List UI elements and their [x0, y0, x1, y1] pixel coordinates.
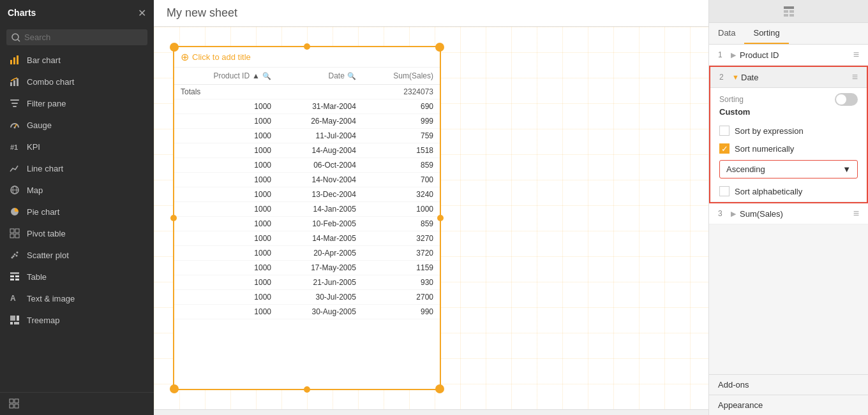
col-label-sum-sales: Sum(Sales): [393, 71, 433, 80]
copy-button[interactable]: ⧉: [363, 410, 382, 415]
search-date-icon[interactable]: 🔍: [347, 72, 356, 80]
resize-handle-tr[interactable]: [435, 43, 444, 52]
sidebar-item-map[interactable]: Map: [0, 179, 154, 201]
table-body: Totals 2324073 1000 31-Mar-2004 690 1000…: [174, 85, 440, 319]
sort-alphabetically-checkbox[interactable]: [719, 186, 730, 196]
cell-sum-sales: 2700: [363, 290, 440, 305]
sidebar-item-label: Filter pane: [27, 99, 66, 108]
expand-arrow-3: ▶: [731, 210, 740, 218]
resize-handle-bl[interactable]: [170, 384, 179, 393]
col-header-date[interactable]: Date 🔍: [278, 68, 363, 85]
sort-item-sum-sales[interactable]: 3 ▶ Sum(Sales) ≡: [709, 203, 868, 224]
sidebar-item-filter-pane[interactable]: Filter pane: [0, 92, 154, 114]
cell-date: 30-Aug-2005: [278, 305, 363, 319]
sidebar-item-text-image[interactable]: A Text & image: [0, 288, 154, 309]
sidebar-items-list: Bar chart Combo chart Filter pane: [0, 49, 154, 392]
cut-button[interactable]: ✂: [334, 410, 353, 415]
addons-accordion[interactable]: Add-ons: [709, 374, 868, 395]
resize-handle-br[interactable]: [435, 384, 444, 393]
sidebar-item-gauge[interactable]: Gauge: [0, 114, 154, 136]
sort-order-dropdown[interactable]: Ascending ▼: [719, 160, 858, 178]
svg-rect-37: [15, 399, 19, 403]
add-title-button[interactable]: ⊕ Click to add title: [174, 47, 440, 68]
svg-rect-32: [10, 316, 15, 321]
resize-handle-bm[interactable]: [304, 386, 310, 393]
cell-date: 31-Mar-2004: [278, 99, 363, 114]
cell-product-id: 1000: [174, 99, 278, 114]
cell-product-id: 1000: [174, 275, 278, 290]
svg-rect-34: [10, 322, 13, 324]
cell-date: 14-Mar-2005: [278, 231, 363, 246]
sort-by-expression-checkbox[interactable]: [719, 126, 730, 136]
gauge-icon: [9, 119, 20, 131]
search-box[interactable]: [6, 29, 147, 45]
tab-data[interactable]: Data: [709, 23, 744, 44]
sorting-toggle[interactable]: [835, 93, 858, 106]
right-panel: Data Sorting 1 ▶ Product ID ≡ 2 ▼ Date ≡: [708, 0, 868, 415]
sidebar-item-label: Text & image: [27, 294, 75, 303]
cell-product-id: 1000: [174, 187, 278, 202]
combo-chart-icon: [9, 76, 20, 87]
totals-sum: 2324073: [363, 85, 440, 99]
sidebar-item-treemap[interactable]: Treemap: [0, 309, 154, 331]
resize-handle-ml[interactable]: [170, 215, 177, 221]
search-col-icon[interactable]: 🔍: [262, 72, 271, 80]
sidebar-item-kpi[interactable]: #1 KPI: [0, 136, 154, 157]
appearance-label: Appearance: [718, 400, 763, 410]
svg-point-0: [12, 34, 19, 40]
svg-point-24: [13, 256, 15, 258]
undo-button[interactable]: ↩: [451, 410, 470, 415]
svg-rect-44: [789, 14, 794, 17]
paste-button[interactable]: 📋: [393, 410, 412, 415]
col-header-sum-sales[interactable]: Sum(Sales): [363, 68, 440, 85]
delete-button[interactable]: 🗑: [422, 410, 441, 415]
sort-alphabetically-label: Sort alphabetically: [735, 187, 802, 196]
sort-numerically-option: ✓ Sort numerically: [710, 140, 867, 157]
table-icon: [9, 271, 20, 282]
svg-rect-19: [10, 234, 14, 238]
custom-label: Custom: [710, 106, 867, 122]
chart-widget[interactable]: ⊕ Click to add title Product ID ▲ 🔍: [173, 46, 441, 390]
svg-point-22: [14, 254, 16, 256]
tab-sorting[interactable]: Sorting: [744, 23, 788, 44]
sort-item-date[interactable]: 2 ▼ Date ≡: [710, 67, 867, 88]
cell-product-id: 1000: [174, 158, 278, 173]
sort-item-product-id[interactable]: 1 ▶ Product ID ≡: [709, 45, 868, 66]
svg-rect-2: [10, 60, 12, 64]
sidebar-item-pivot-table[interactable]: Pivot table: [0, 222, 154, 244]
sidebar-item-combo-chart[interactable]: Combo chart: [0, 71, 154, 92]
table-row: 1000 20-Apr-2005 3720: [174, 246, 440, 261]
appearance-accordion[interactable]: Appearance: [709, 395, 868, 415]
cell-product-id: 1000: [174, 217, 278, 231]
sidebar-item-bar-chart[interactable]: Bar chart: [0, 49, 154, 71]
sidebar-item-table[interactable]: Table: [0, 266, 154, 288]
table-row: 1000 21-Jun-2005 930: [174, 275, 440, 290]
svg-text:#1: #1: [10, 143, 18, 151]
sort-numerically-checkbox[interactable]: ✓: [719, 143, 730, 154]
close-icon[interactable]: ✕: [138, 7, 146, 19]
sort-item-label-date: Date: [741, 73, 852, 82]
resize-handle-tl[interactable]: [170, 43, 179, 52]
cell-sum-sales: 859: [363, 217, 440, 231]
sidebar-item-scatter-plot[interactable]: Scatter plot: [0, 244, 154, 266]
svg-rect-30: [15, 279, 19, 280]
cell-date: 14-Nov-2004: [278, 173, 363, 187]
sorting-toggle-row: Sorting: [710, 88, 867, 106]
redo-button[interactable]: ↪: [481, 410, 500, 415]
sort-item-menu-1[interactable]: ≡: [853, 49, 859, 61]
fullscreen-button[interactable]: ⛶: [510, 410, 529, 415]
sidebar-item-line-chart[interactable]: Line chart: [0, 157, 154, 179]
sidebar-item-pie-chart[interactable]: Pie chart: [0, 201, 154, 222]
col-header-product-id[interactable]: Product ID ▲ 🔍: [174, 68, 278, 85]
sort-item-menu-3[interactable]: ≡: [853, 208, 859, 219]
addons-label: Add-ons: [718, 380, 749, 390]
svg-rect-10: [13, 106, 17, 107]
sheet-title: My new sheet: [154, 0, 708, 27]
resize-handle-mr[interactable]: [437, 215, 444, 221]
resize-handle-tm[interactable]: [304, 43, 310, 50]
sort-item-menu-2[interactable]: ≡: [852, 71, 858, 83]
search-input[interactable]: [24, 33, 142, 42]
svg-rect-26: [10, 272, 19, 274]
cell-date: 06-Oct-2004: [278, 158, 363, 173]
toggle-slider: [835, 93, 858, 106]
